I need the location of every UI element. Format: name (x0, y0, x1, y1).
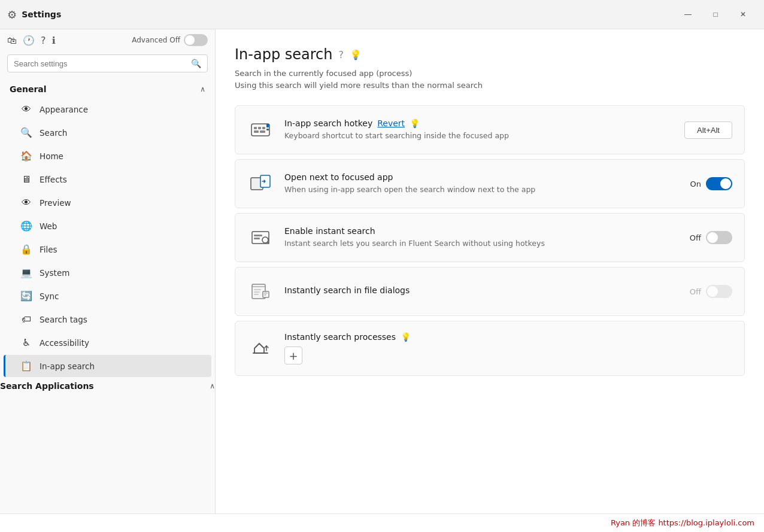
preview-label: Preview (40, 198, 71, 208)
advanced-toggle: Advanced Off (132, 34, 208, 46)
open-next-setting-info: Open next to focused app When using in-a… (284, 172, 680, 196)
nav-item-system[interactable]: 💻 System (4, 262, 211, 284)
settings-icon: ⚙ (7, 8, 17, 21)
svg-rect-21 (264, 294, 266, 296)
search-input[interactable] (14, 59, 186, 68)
minimize-button[interactable]: — (674, 5, 702, 24)
search-label: Search (40, 128, 67, 138)
web-icon: 🌐 (20, 220, 32, 232)
hotkey-setting-info: In-app search hotkey Revert 💡 Keyboard s… (284, 118, 674, 142)
page-help-icon[interactable]: ? (338, 49, 344, 60)
nav-item-accessibility[interactable]: ♿ Accessibility (4, 332, 211, 354)
processes-setting-title: Instantly search processes 💡 (284, 332, 732, 342)
effects-label: Effects (40, 175, 67, 184)
open-next-setting-title: Open next to focused app (284, 172, 680, 182)
processes-setting-info: Instantly search processes 💡 + (284, 332, 732, 364)
page-title-text: In-app search (235, 46, 332, 63)
in-app-search-label: In-app search (40, 361, 95, 371)
search-box: 🔍 (7, 54, 208, 72)
svg-rect-18 (254, 294, 259, 295)
hotkey-title-text: In-app search hotkey (284, 118, 372, 128)
processes-title-text: Instantly search processes (284, 332, 396, 342)
open-next-toggle[interactable] (706, 177, 732, 190)
sidebar-toolbar: 🛍 🕐 ? ℹ Advanced Off (0, 29, 215, 51)
sidebar: 🛍 🕐 ? ℹ Advanced Off 🔍 General ∧ (0, 29, 216, 513)
advanced-toggle-switch[interactable] (184, 34, 208, 46)
page-title-row: In-app search ? 💡 (235, 46, 745, 63)
instant-search-setting-info: Enable instant search Instant search let… (284, 226, 679, 250)
svg-rect-1 (254, 127, 257, 129)
footer: Ryan 的博客 https://blog.iplayloli.com (0, 513, 764, 532)
instant-search-icon-wrap (247, 224, 274, 251)
page-tip-icon[interactable]: 💡 (350, 49, 362, 60)
svg-rect-16 (254, 289, 261, 290)
title-bar-controls: — □ ✕ (674, 5, 757, 24)
svg-rect-12 (254, 235, 262, 236)
svg-rect-4 (254, 130, 259, 133)
title-bar: ⚙ Settings — □ ✕ (0, 0, 764, 29)
nav-item-files[interactable]: 🔒 Files (4, 238, 211, 260)
page-desc-line1: Search in the currently focused app (pro… (235, 68, 745, 80)
search-applications-section-header[interactable]: Search Applications ∧ (0, 378, 215, 394)
nav-item-search-tags[interactable]: 🏷 Search tags (4, 308, 211, 330)
file-dialogs-toggle-label: Off (690, 287, 701, 296)
bag-icon[interactable]: 🛍 (7, 35, 17, 46)
processes-tip-icon: 💡 (401, 332, 411, 342)
preview-icon: 👁 (20, 197, 32, 208)
search-icon: 🔍 (191, 59, 201, 68)
search-tags-icon: 🏷 (20, 314, 32, 325)
appearance-icon: 👁 (20, 104, 32, 115)
nav-item-sync[interactable]: 🔄 Sync (4, 285, 211, 307)
page-description: Search in the currently focused app (pro… (235, 68, 745, 91)
files-icon: 🔒 (20, 244, 32, 255)
main-container: 🛍 🕐 ? ℹ Advanced Off 🔍 General ∧ (0, 29, 764, 513)
nav-item-preview[interactable]: 👁 Preview (4, 191, 211, 214)
hotkey-revert-link[interactable]: Revert (377, 118, 405, 128)
nav-item-in-app-search[interactable]: 📋 In-app search (4, 355, 211, 377)
nav-item-web[interactable]: 🌐 Web (4, 215, 211, 237)
history-icon[interactable]: 🕐 (23, 35, 35, 46)
advanced-label: Advanced Off (132, 36, 180, 44)
open-next-control: On (690, 177, 732, 190)
open-next-icon-wrap (247, 171, 274, 197)
file-dialogs-toggle[interactable] (706, 285, 732, 298)
instant-search-toggle-label: Off (690, 233, 701, 242)
app-title: Settings (22, 10, 61, 19)
general-section-header[interactable]: General ∧ (0, 78, 215, 98)
hotkey-value-button[interactable]: Alt+Alt (684, 121, 732, 139)
help-icon[interactable]: ? (41, 35, 46, 46)
close-button[interactable]: ✕ (729, 5, 757, 24)
nav-item-home[interactable]: 🏠 Home (4, 145, 211, 167)
open-next-title-text: Open next to focused app (284, 172, 393, 182)
processes-setting-card: Instantly search processes 💡 + (235, 321, 745, 376)
general-section-label: General (10, 84, 47, 94)
instant-search-setting-desc: Instant search lets you search in Fluent… (284, 238, 679, 250)
nav-item-effects[interactable]: 🖥 Effects (4, 168, 211, 190)
maximize-button[interactable]: □ (702, 5, 729, 24)
general-chevron-icon: ∧ (200, 85, 205, 93)
svg-rect-3 (262, 127, 265, 129)
hotkey-icon-wrap (247, 117, 274, 143)
hotkey-setting-desc: Keyboard shortcut to start searching ins… (284, 130, 674, 142)
instant-search-toggle[interactable] (706, 231, 732, 244)
home-label: Home (40, 151, 63, 161)
accessibility-label: Accessibility (40, 338, 89, 348)
processes-icon-wrap (247, 335, 274, 361)
hotkey-setting-title: In-app search hotkey Revert 💡 (284, 118, 674, 128)
info-icon[interactable]: ℹ (52, 35, 56, 46)
page-desc-line2: Using this search will yield more result… (235, 80, 745, 92)
nav-item-appearance[interactable]: 👁 Appearance (4, 98, 211, 120)
file-dialogs-title-text: Instantly search in file dialogs (284, 285, 410, 295)
sync-icon: 🔄 (20, 290, 32, 302)
processes-add-btn[interactable]: + (284, 346, 302, 364)
effects-icon: 🖥 (20, 174, 32, 185)
footer-text: Ryan 的博客 https://blog.iplayloli.com (611, 518, 754, 527)
search-tags-label: Search tags (40, 315, 87, 324)
hotkey-control: Alt+Alt (684, 121, 732, 139)
instant-search-setting-card: Enable instant search Instant search let… (235, 213, 745, 262)
nav-item-search[interactable]: 🔍 Search (4, 121, 211, 144)
svg-rect-8 (266, 129, 269, 130)
system-icon: 💻 (20, 267, 32, 278)
files-label: Files (40, 245, 57, 254)
file-dialogs-setting-title: Instantly search in file dialogs (284, 285, 679, 295)
